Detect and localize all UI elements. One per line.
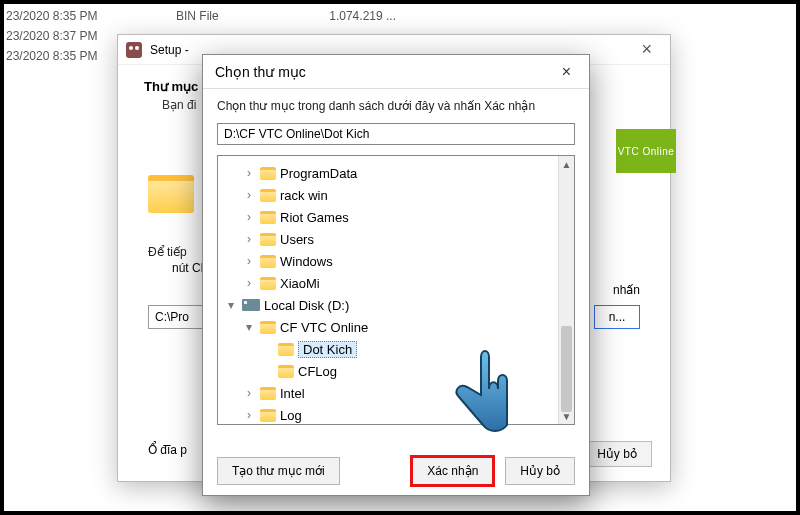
- chevron-right-icon[interactable]: ›: [242, 166, 256, 180]
- scrollbar-track[interactable]: ▲ ▼: [558, 156, 574, 424]
- folder-icon: [260, 321, 276, 334]
- bg-date: 23/2020 8:35 PM: [6, 9, 116, 23]
- setup-close-icon[interactable]: ×: [631, 39, 662, 60]
- scrollbar-up-icon[interactable]: ▲: [559, 156, 574, 172]
- setup-cancel-button[interactable]: Hủy bỏ: [582, 441, 652, 467]
- folder-icon: [260, 189, 276, 202]
- folder-icon: [278, 365, 294, 378]
- tree-node[interactable]: ›rack win: [224, 184, 574, 206]
- chevron-down-icon[interactable]: ▾: [242, 320, 256, 334]
- chevron-right-icon[interactable]: ›: [242, 232, 256, 246]
- chevron-right-icon[interactable]: ›: [242, 276, 256, 290]
- tree-node[interactable]: ›Windows: [224, 250, 574, 272]
- bg-date: 23/2020 8:35 PM: [6, 49, 116, 63]
- folder-icon: [260, 233, 276, 246]
- dialog-title: Chọn thư mục: [215, 64, 306, 80]
- chevron-right-icon[interactable]: ›: [242, 210, 256, 224]
- setup-folder-icon: [148, 175, 194, 213]
- tree-node[interactable]: ›Riot Games: [224, 206, 574, 228]
- folder-icon: [260, 409, 276, 422]
- tree-node-label: Intel: [280, 386, 305, 401]
- tree-node-label: rack win: [280, 188, 328, 203]
- setup-disk-label: Ổ đĩa p: [148, 443, 187, 457]
- tree-node-label: ProgramData: [280, 166, 357, 181]
- dialog-path-input[interactable]: [217, 123, 575, 145]
- chevron-right-icon[interactable]: ›: [242, 254, 256, 268]
- setup-app-icon: [126, 42, 142, 58]
- tree-node-label: Windows: [280, 254, 333, 269]
- folder-icon: [260, 387, 276, 400]
- dialog-titlebar[interactable]: Chọn thư mục ×: [203, 55, 589, 89]
- confirm-button[interactable]: Xác nhận: [412, 457, 493, 485]
- tree-node-label: Dot Kich: [298, 341, 357, 358]
- setup-title-text: Setup -: [150, 43, 189, 57]
- vtc-online-logo: VTC Online: [616, 129, 676, 173]
- folder-icon: [278, 343, 294, 356]
- bg-date: 23/2020 8:37 PM: [6, 29, 116, 43]
- tree-node[interactable]: ›ProgramData: [224, 162, 574, 184]
- tree-node-label: Riot Games: [280, 210, 349, 225]
- scrollbar-thumb[interactable]: [561, 326, 572, 412]
- chevron-down-icon[interactable]: ▾: [224, 298, 238, 312]
- bg-type: BIN File: [176, 9, 256, 23]
- tree-node-label: CF VTC Online: [280, 320, 368, 335]
- bg-size: 1.074.219 ...: [316, 9, 396, 23]
- setup-instruction-1: Để tiếp: [148, 245, 187, 259]
- chevron-right-icon[interactable]: ›: [242, 408, 256, 422]
- tree-node-label: CFLog: [298, 364, 337, 379]
- dialog-hint: Chọn thư mục trong danh sách dưới đây và…: [217, 99, 575, 113]
- disk-icon: [242, 299, 260, 311]
- bg-row: 23/2020 8:35 PM BIN File 1.074.219 ...: [6, 6, 396, 26]
- folder-icon: [260, 255, 276, 268]
- folder-icon: [260, 167, 276, 180]
- tree-node[interactable]: ▾CF VTC Online: [224, 316, 574, 338]
- tree-node-label: Log: [280, 408, 302, 423]
- folder-browser-dialog: Chọn thư mục × Chọn thư mục trong danh s…: [202, 54, 590, 496]
- tree-node-label: Users: [280, 232, 314, 247]
- folder-icon: [260, 211, 276, 224]
- tree-node[interactable]: ›XiaoMi: [224, 272, 574, 294]
- tree-node[interactable]: ▾Local Disk (D:): [224, 294, 574, 316]
- new-folder-button[interactable]: Tạo thư mục mới: [217, 457, 340, 485]
- tree-node-label: Local Disk (D:): [264, 298, 349, 313]
- tree-node[interactable]: CFLog: [224, 360, 574, 382]
- tree-node[interactable]: ›Log: [224, 404, 574, 425]
- tree-node[interactable]: ›Intel: [224, 382, 574, 404]
- tree-node[interactable]: ›Users: [224, 228, 574, 250]
- folder-icon: [260, 277, 276, 290]
- dialog-close-icon[interactable]: ×: [556, 63, 577, 81]
- tree-node-label: XiaoMi: [280, 276, 320, 291]
- cancel-button[interactable]: Hủy bỏ: [505, 457, 575, 485]
- setup-right-text: nhấn: [613, 283, 640, 297]
- tree-node[interactable]: Dot Kich: [224, 338, 574, 360]
- chevron-right-icon[interactable]: ›: [242, 386, 256, 400]
- folder-tree[interactable]: ›ProgramData›rack win›Riot Games›Users›W…: [217, 155, 575, 425]
- setup-browse-button[interactable]: n...: [594, 305, 640, 329]
- scrollbar-down-icon[interactable]: ▼: [559, 408, 574, 424]
- chevron-right-icon[interactable]: ›: [242, 188, 256, 202]
